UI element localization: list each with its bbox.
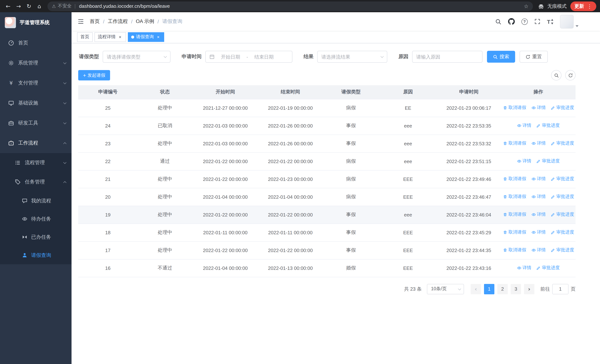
detail-link[interactable]: 详情 [517,158,531,164]
reason-input[interactable] [416,54,478,59]
cell-applied: 2022-01-22 23:51:15 [437,152,501,170]
page-button-3[interactable]: 3 [511,284,521,294]
github-icon[interactable] [508,18,515,25]
search-button[interactable]: 搜索 [487,51,515,63]
detail-link[interactable]: 详情 [531,140,546,147]
sidebar-item-home[interactable]: 首页 [0,33,72,53]
workflow-submenu: 流程管理 任务管理 我的流程 待办任务 [0,153,72,264]
page-size-select[interactable]: 10条/页 [427,284,464,294]
sidebar-item-infrastructure[interactable]: 基础设施 [0,93,72,113]
help-icon[interactable]: ? [521,18,528,25]
close-icon[interactable]: × [156,34,161,39]
approval-progress-link[interactable]: 审批进度 [536,158,560,164]
detail-link[interactable]: 详情 [531,247,546,253]
table-row: 20 处理中 2022-01-04 00:00:00 2022-01-04 00… [78,188,576,206]
sidebar-item-workflow[interactable]: 工作流程 [0,133,72,153]
detail-link[interactable]: 详情 [517,265,531,271]
detail-link[interactable]: 详情 [531,176,546,182]
result-select[interactable] [317,51,387,63]
sidebar-item-label: 请假查询 [31,252,66,259]
cancel-leave-link[interactable]: 取消请假 [503,229,526,235]
cell-id: 25 [78,99,138,117]
create-leave-label: 发起请假 [87,72,105,78]
address-bar[interactable]: ⚠ 不安全 dashboard.yudao.iocoder.cn/bpm/oa/… [47,1,533,11]
sidebar-item-leave-query[interactable]: 请假查询 [0,246,72,264]
approval-progress-link[interactable]: 审批进度 [536,122,560,129]
font-size-icon[interactable]: T [547,18,553,25]
page-button-1[interactable]: 1 [484,284,494,294]
approval-progress-link[interactable]: 审批进度 [551,247,574,253]
chevron-down-icon [164,55,167,58]
tab-leave-query[interactable]: 请假查询 × [128,32,164,42]
detail-link[interactable]: 详情 [517,122,531,129]
cancel-leave-link[interactable]: 取消请假 [503,247,526,253]
bookmark-star-icon[interactable]: ☆ [524,3,528,9]
browser-home-icon[interactable]: ⌂ [34,1,45,11]
cancel-leave-link[interactable]: 取消请假 [503,105,526,111]
refresh-table-button[interactable] [565,70,576,80]
browser-menu-dots-icon[interactable]: ⋮ [587,3,592,9]
close-icon[interactable]: × [117,34,123,39]
cancel-leave-link[interactable]: 取消请假 [503,176,526,182]
end-date-input[interactable] [250,54,278,59]
reason-field[interactable] [412,51,483,63]
leave-type-input[interactable] [107,54,162,59]
apply-time-range-picker[interactable]: - [205,51,292,63]
search-button-label: 搜索 [500,53,509,60]
sidebar-item-payment-management[interactable]: ¥ 支付管理 [0,73,72,93]
browser-update-button[interactable]: 更新 ⋮ [570,1,596,11]
create-leave-button[interactable]: + 发起请假 [78,70,110,80]
cell-operations: 取消请假 详情 审批进度 [501,206,576,224]
fullscreen-icon[interactable] [534,19,540,24]
approval-progress-link[interactable]: 审批进度 [551,212,574,218]
cancel-leave-link[interactable]: 取消请假 [503,212,526,218]
reset-button[interactable]: 重置 [520,51,548,63]
cell-start: 2022-01-03 00:00:00 [192,135,258,152]
prev-page-button[interactable]: ‹ [471,284,481,294]
sidebar-item-done-tasks[interactable]: 已办任务 [0,228,72,246]
detail-link[interactable]: 详情 [531,105,546,111]
user-avatar[interactable] [560,15,579,28]
sidebar-item-system-management[interactable]: 系统管理 [0,53,72,73]
search-icon[interactable] [495,18,501,25]
approval-progress-link[interactable]: 审批进度 [551,140,574,147]
approval-progress-link[interactable]: 审批进度 [551,194,574,200]
sidebar-item-todo-tasks[interactable]: 待办任务 [0,210,72,228]
column-header-end: 结束时间 [258,85,322,99]
breadcrumb-item-home[interactable]: 首页 [90,18,100,25]
cancel-leave-link[interactable]: 取消请假 [503,194,526,200]
browser-forward-icon[interactable]: → [13,1,24,11]
sidebar-item-my-process[interactable]: 我的流程 [0,192,72,210]
next-page-button[interactable]: › [524,284,534,294]
sidebar-item-process-management[interactable]: 流程管理 [0,153,72,172]
leave-type-select[interactable] [103,51,170,63]
approval-progress-link[interactable]: 审批进度 [551,105,574,111]
sidebar-item-task-management[interactable]: 任务管理 [0,172,72,192]
plus-icon: + [83,73,86,78]
cell-operations: 取消请假 详情 审批进度 [501,188,576,206]
approval-progress-link[interactable]: 审批进度 [551,176,574,182]
sidebar-item-label: 支付管理 [18,80,60,86]
detail-link[interactable]: 详情 [531,194,546,200]
cell-type: 病假 [322,170,379,188]
page-button-2[interactable]: 2 [497,284,508,294]
result-input[interactable] [321,54,379,59]
detail-link[interactable]: 详情 [531,229,546,235]
breadcrumb-item-oa-example[interactable]: OA 示例 [136,18,154,25]
start-date-input[interactable] [217,54,244,59]
tab-process-detail[interactable]: 流程详情 × [94,32,126,42]
approval-progress-link[interactable]: 审批进度 [536,265,560,271]
app-logo-row: 芋道管理系统 [0,12,72,33]
sidebar-collapse-button[interactable] [77,18,84,25]
detail-link[interactable]: 详情 [531,212,546,218]
edit-icon [551,177,555,181]
toggle-search-button[interactable] [551,70,562,80]
browser-back-icon[interactable]: ← [3,1,13,11]
breadcrumb-item-workflow[interactable]: 工作流程 [108,18,128,25]
cancel-leave-link[interactable]: 取消请假 [503,140,526,147]
tab-home[interactable]: 首页 [77,32,93,42]
sidebar-item-dev-tools[interactable]: 研发工具 [0,113,72,133]
approval-progress-link[interactable]: 审批进度 [551,229,574,235]
browser-reload-icon[interactable]: ↻ [24,1,34,11]
goto-page-input[interactable] [552,284,569,294]
